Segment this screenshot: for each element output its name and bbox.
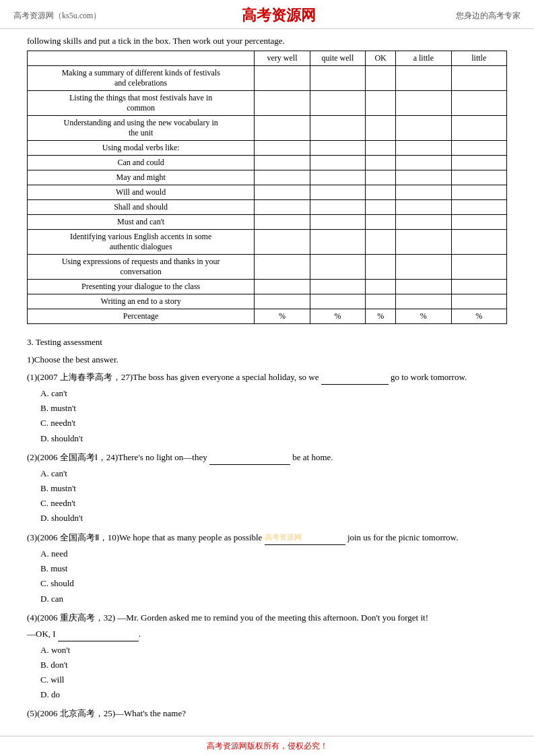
watermark: 高考资源网 — [265, 533, 302, 541]
intro-text: following skills and put a tick in the b… — [27, 36, 507, 46]
option-2d: D. shouldn't — [40, 511, 507, 526]
option-4c: C. will — [40, 672, 507, 687]
col-quite-well: quite well — [310, 51, 365, 66]
question-5: (5)(2006 北京高考，25)—What's the name? — [27, 706, 507, 721]
header-left: 高考资源网（ks5u.com） — [13, 10, 101, 22]
question-1-text: (1)(2007 上海春季高考，27)The boss has given ev… — [27, 370, 507, 385]
question-4: (4)(2006 重庆高考，32) —Mr. Gorden asked me t… — [27, 610, 507, 703]
table-row: Making a summary of different kinds of f… — [28, 66, 507, 91]
table-row: Identifying various English accents in s… — [28, 230, 507, 255]
header-logo: 高考资源网 — [242, 5, 316, 26]
col-very-well: very well — [255, 51, 310, 66]
table-row: Shall and should — [28, 200, 507, 215]
option-3b: B. must — [40, 561, 507, 576]
skills-table: very well quite well OK a little little … — [27, 51, 507, 324]
question-3-text: (3)(2006 全国高考Ⅱ，10)We hope that as many p… — [27, 530, 507, 545]
option-1d: D. shouldn't — [40, 431, 507, 446]
question-2-text: (2)(2006 全国高考Ⅰ，24)There's no light on—th… — [27, 450, 507, 465]
table-row: Writing an end to a story — [28, 294, 507, 309]
table-row: May and might — [28, 170, 507, 185]
option-3c: C. should — [40, 576, 507, 591]
option-1b: B. mustn't — [40, 401, 507, 416]
table-row: Will and would — [28, 185, 507, 200]
table-row: Presenting your dialogue to the class — [28, 280, 507, 294]
table-row: Understanding and using the new vocabula… — [28, 116, 507, 141]
col-little: little — [451, 51, 506, 66]
main-content: following skills and put a tick in the b… — [0, 29, 534, 738]
footer-text: 高考资源网版权所有，侵权必究！ — [207, 741, 328, 751]
table-row: Using expressions of requests and thanks… — [28, 255, 507, 280]
section3-subtitle: 1)Choose the best answer. — [27, 352, 507, 367]
table-row: Must and can't — [28, 215, 507, 230]
table-row: Using modal verbs like: — [28, 141, 507, 156]
option-3d: D. can — [40, 592, 507, 606]
option-4b: B. don't — [40, 658, 507, 672]
blank-4 — [58, 641, 139, 641]
blank-1 — [321, 384, 389, 385]
blank-2 — [209, 464, 290, 465]
header-right: 您身边的高考专家 — [456, 10, 521, 22]
table-row: Can and could — [28, 156, 507, 170]
page-header: 高考资源网（ks5u.com） 高考资源网 您身边的高考专家 — [0, 0, 534, 29]
col-ok: OK — [366, 51, 396, 66]
question-2: (2)(2006 全国高考Ⅰ，24)There's no light on—th… — [27, 450, 507, 526]
option-2c: C. needn't — [40, 496, 507, 511]
question-1: (1)(2007 上海春季高考，27)The boss has given ev… — [27, 370, 507, 445]
option-4d: D. do — [40, 687, 507, 702]
page-footer: 高考资源网版权所有，侵权必究！ — [0, 736, 534, 756]
option-1c: C. needn't — [40, 416, 507, 431]
question-3: (3)(2006 全国高考Ⅱ，10)We hope that as many p… — [27, 530, 507, 606]
question-5-text: (5)(2006 北京高考，25)—What's the name? — [27, 706, 507, 721]
section3-title: 3. Testing assessment — [27, 335, 507, 350]
col-a-little: a little — [396, 51, 451, 66]
blank-3: 高考资源网 — [265, 530, 345, 545]
question-4-continuation: —OK, I . — [27, 627, 507, 641]
question-4-text: (4)(2006 重庆高考，32) —Mr. Gorden asked me t… — [27, 610, 507, 625]
option-3a: A. need — [40, 546, 507, 561]
option-4a: A. won't — [40, 643, 507, 658]
percentage-row: Percentage % % % % % — [28, 309, 507, 324]
option-2a: A. can't — [40, 466, 507, 481]
option-1a: A. can't — [40, 386, 507, 401]
option-2b: B. mustn't — [40, 481, 507, 496]
section3: 3. Testing assessment 1)Choose the best … — [27, 335, 507, 721]
table-row: Listing the things that most festivals h… — [28, 91, 507, 116]
